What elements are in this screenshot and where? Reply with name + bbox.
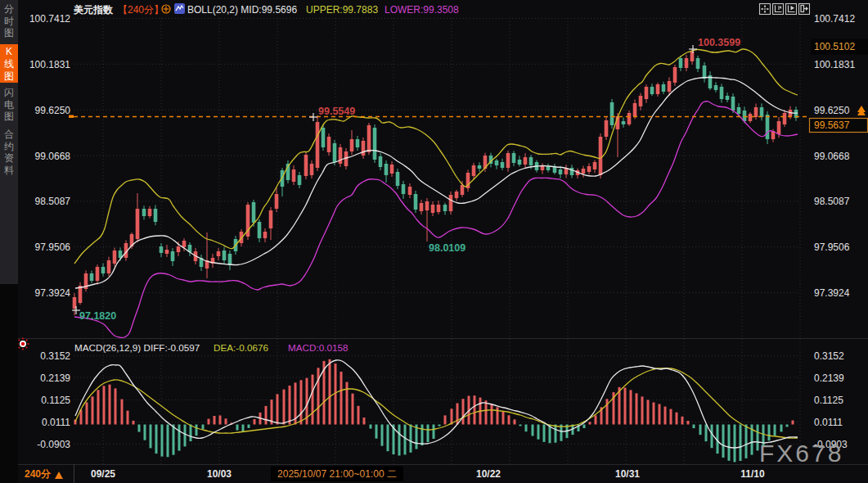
svg-text:0.1125: 0.1125 xyxy=(814,395,843,406)
svg-text:MACD:0.0158: MACD:0.0158 xyxy=(288,342,348,353)
svg-text:10/22: 10/22 xyxy=(476,468,501,480)
svg-text:LOWER:99.3508: LOWER:99.3508 xyxy=(385,4,459,16)
svg-text:99.6250: 99.6250 xyxy=(35,105,71,116)
svg-text:100.7412: 100.7412 xyxy=(29,13,70,25)
svg-text:0.0111: 0.0111 xyxy=(42,417,70,428)
svg-text:0.1125: 0.1125 xyxy=(41,395,70,406)
svg-text:MACD(26,12,9) DIFF:-0.0597: MACD(26,12,9) DIFF:-0.0597 xyxy=(74,342,200,353)
svg-text:97.1820: 97.1820 xyxy=(79,310,116,322)
svg-text:99.5637: 99.5637 xyxy=(814,120,850,131)
svg-text:97.3924: 97.3924 xyxy=(814,287,850,299)
svg-text:UPPER:99.7883: UPPER:99.7883 xyxy=(306,4,378,16)
svg-text:11/10: 11/10 xyxy=(740,468,765,480)
svg-text:97.9506: 97.9506 xyxy=(35,242,71,253)
svg-text:99.6250: 99.6250 xyxy=(814,105,850,116)
svg-text:100.7412: 100.7412 xyxy=(814,13,855,25)
svg-text:0.2139: 0.2139 xyxy=(814,372,844,384)
svg-text:0.3152: 0.3152 xyxy=(814,350,844,362)
svg-text:10/31: 10/31 xyxy=(615,468,640,480)
svg-text:98.0109: 98.0109 xyxy=(429,242,465,254)
svg-text:100.1831: 100.1831 xyxy=(814,59,855,70)
svg-text:100.1831: 100.1831 xyxy=(29,59,70,70)
svg-text:100.3599: 100.3599 xyxy=(698,37,740,48)
svg-text:99.0668: 99.0668 xyxy=(814,151,850,162)
svg-text:240分: 240分 xyxy=(25,468,52,480)
svg-text:-0.0903: -0.0903 xyxy=(37,439,70,450)
svg-text:100.5102: 100.5102 xyxy=(814,41,855,52)
svg-text:2025/10/07 21:00~01:00 二: 2025/10/07 21:00~01:00 二 xyxy=(277,468,397,480)
svg-text:97.3924: 97.3924 xyxy=(35,287,71,299)
svg-text:10/03: 10/03 xyxy=(207,468,232,480)
svg-text:美元指数: 美元指数 xyxy=(73,4,114,16)
svg-text:DEA:-0.0676: DEA:-0.0676 xyxy=(214,342,268,353)
svg-text:99.0668: 99.0668 xyxy=(35,151,71,162)
svg-text:0.3152: 0.3152 xyxy=(40,350,70,362)
svg-text:98.5087: 98.5087 xyxy=(35,196,71,207)
svg-text:09/25: 09/25 xyxy=(91,468,115,480)
svg-text:BOLL(20,2) MID:99.5696: BOLL(20,2) MID:99.5696 xyxy=(187,4,297,16)
svg-text:FX678: FX678 xyxy=(759,440,843,467)
svg-text:97.9506: 97.9506 xyxy=(814,242,850,253)
svg-text:98.5087: 98.5087 xyxy=(814,196,850,207)
svg-text:【240分】: 【240分】 xyxy=(118,4,164,16)
svg-text:0.2139: 0.2139 xyxy=(40,372,70,384)
svg-text:0.0111: 0.0111 xyxy=(814,417,843,428)
svg-text:99.5549: 99.5549 xyxy=(318,106,355,117)
